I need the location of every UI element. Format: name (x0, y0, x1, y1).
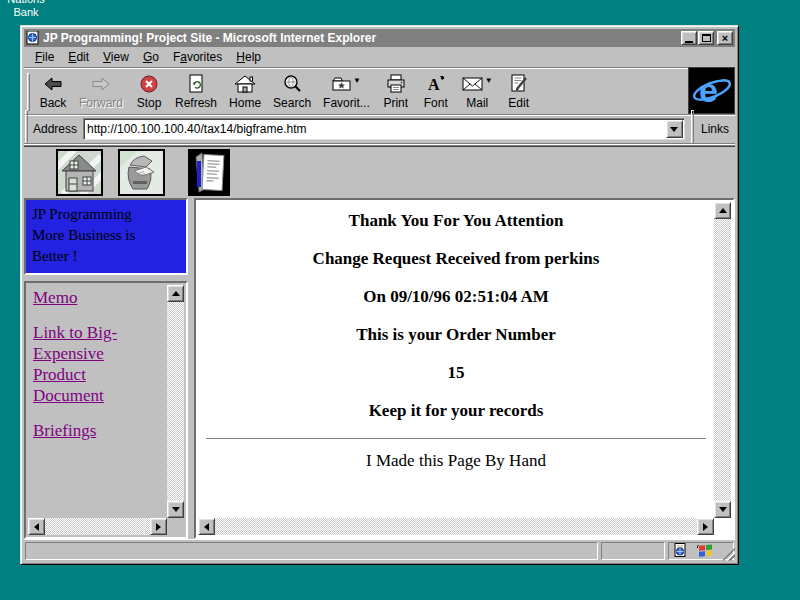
links-label[interactable]: Links (701, 122, 729, 136)
menu-edit[interactable]: Edit (61, 48, 96, 66)
mail-icon: ▼ (462, 74, 493, 95)
back-arrow-icon (42, 74, 64, 95)
svg-text:A: A (428, 76, 440, 93)
favorites-button[interactable]: ▼ Favorit... (317, 71, 376, 113)
ie-document-icon (26, 31, 40, 45)
order-number-label: This is your Order Number (198, 324, 714, 345)
banner-line: More Business is (32, 225, 180, 246)
briefings-link[interactable]: Briefings (33, 421, 96, 440)
menu-view[interactable]: View (96, 48, 136, 66)
maximize-icon (702, 34, 711, 42)
main-horizontal-scrollbar[interactable] (198, 518, 714, 535)
sidebar-banner-frame: JP Programming More Business is Better ! (24, 198, 188, 275)
house-link-image[interactable] (56, 149, 103, 196)
forward-arrow-icon (90, 74, 112, 95)
banner-line: Better ! (32, 246, 180, 267)
close-button[interactable]: × (717, 31, 733, 45)
address-input[interactable] (84, 122, 666, 136)
scroll-left-button[interactable] (28, 518, 45, 535)
page-zone-icon (674, 543, 687, 558)
window-title: JP Programming! Project Site - Microsoft… (43, 31, 680, 45)
scroll-up-button[interactable] (167, 285, 184, 302)
scroll-down-button[interactable] (167, 501, 184, 518)
back-button[interactable]: Back (33, 71, 73, 113)
stop-button[interactable]: Stop (129, 71, 169, 113)
scroll-right-button[interactable] (697, 518, 714, 535)
internet-explorer-logo: e (688, 67, 735, 114)
toolbar-grab-handle[interactable] (27, 73, 30, 111)
status-progress-panel (601, 542, 665, 560)
scroll-right-button[interactable] (150, 518, 167, 535)
font-button[interactable]: A Font (416, 71, 456, 113)
fax-machine-link-image[interactable] (118, 149, 165, 196)
address-bar: Address Links (24, 116, 735, 142)
arrow-right-icon (156, 523, 161, 531)
sidebar-horizontal-scrollbar[interactable] (28, 518, 167, 535)
scroll-up-button[interactable] (714, 202, 731, 219)
desktop: { "desktop": { "icon_label": ["Nations",… (0, 0, 800, 600)
timestamp-line: On 09/10/96 02:51:04 AM (198, 286, 714, 307)
scroll-down-button[interactable] (714, 501, 731, 518)
scrollbar-track[interactable] (45, 518, 150, 535)
footer-line: I Made this Page By Hand (198, 450, 714, 471)
banner-line: JP Programming (32, 204, 180, 225)
status-message-panel (25, 542, 598, 560)
sidebar-vertical-scrollbar[interactable] (167, 285, 184, 518)
sidebar-links-frame: Memo Link to Big-Expensive Product Docum… (24, 281, 188, 539)
status-icon-panel (668, 542, 734, 560)
thank-you-line: Thank You For You Attention (198, 210, 714, 231)
mail-button[interactable]: ▼ Mail (456, 71, 499, 113)
address-field (83, 118, 685, 140)
menu-go[interactable]: Go (136, 48, 166, 66)
maximize-button[interactable] (698, 31, 714, 45)
arrow-down-icon (719, 507, 727, 512)
browser-window: JP Programming! Project Site - Microsoft… (20, 25, 739, 565)
scroll-left-button[interactable] (198, 518, 215, 535)
big-expensive-product-document-link[interactable]: Link to Big-Expensive Product Document (33, 323, 117, 405)
windows-flag-icon (697, 543, 713, 558)
scrollbar-track[interactable] (167, 302, 184, 501)
order-number-value: 15 (198, 362, 714, 383)
address-label: Address (33, 122, 77, 136)
frameset: JP Programming More Business is Better !… (24, 198, 735, 539)
refresh-button[interactable]: Refresh (169, 71, 223, 113)
status-bar (24, 539, 735, 561)
home-icon (234, 74, 256, 95)
arrow-up-icon (172, 291, 180, 296)
sidebar-links: Memo Link to Big-Expensive Product Docum… (28, 285, 167, 518)
forward-button[interactable]: Forward (73, 71, 129, 113)
notepad-link-image[interactable] (188, 149, 230, 196)
resize-grip[interactable] (722, 548, 735, 561)
scrollbar-track[interactable] (714, 219, 731, 501)
refresh-icon (186, 74, 206, 95)
close-icon: × (722, 33, 728, 43)
address-dropdown-button[interactable] (666, 120, 683, 138)
edit-button[interactable]: Edit (499, 71, 539, 113)
arrow-right-icon (703, 523, 708, 531)
scrollbar-track[interactable] (215, 518, 697, 535)
arrow-down-icon (172, 507, 180, 512)
menu-file[interactable]: File (28, 48, 61, 66)
search-button[interactable]: Search (267, 71, 317, 113)
menu-help[interactable]: Help (229, 48, 268, 66)
print-button[interactable]: Print (376, 71, 416, 113)
desktop-icon-label[interactable]: Nations Bank (0, 0, 52, 19)
font-icon: A (426, 74, 446, 95)
main-document-frame: Thank You For You Attention Change Reque… (194, 198, 735, 539)
titlebar[interactable]: JP Programming! Project Site - Microsoft… (24, 29, 735, 47)
chevron-down-icon (670, 127, 678, 132)
chevron-down-icon: ▼ (485, 76, 493, 85)
main-vertical-scrollbar[interactable] (714, 202, 731, 518)
arrow-left-icon (34, 523, 39, 531)
home-button[interactable]: Home (223, 71, 267, 113)
keep-records-line: Keep it for your records (198, 400, 714, 421)
menu-favorites[interactable]: Favorites (166, 48, 229, 66)
toolbar: Back Forward Stop Refresh Home Sear (24, 69, 684, 114)
minimize-button[interactable] (681, 31, 697, 45)
minimize-icon (685, 41, 693, 43)
change-request-line: Change Request Received from perkins (198, 248, 714, 269)
stop-icon (139, 74, 159, 95)
shortcut-frame (24, 145, 735, 198)
memo-link[interactable]: Memo (33, 288, 77, 307)
main-document: Thank You For You Attention Change Reque… (198, 202, 714, 518)
